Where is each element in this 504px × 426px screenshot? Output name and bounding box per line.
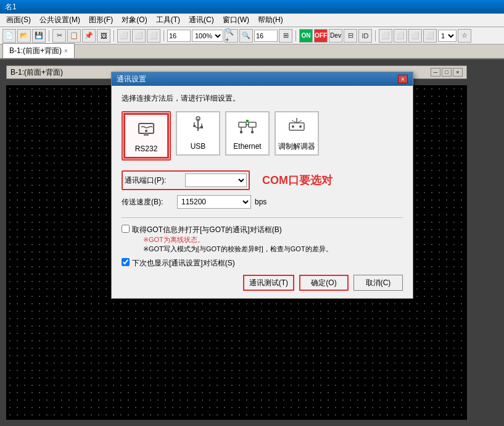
ethernet-method[interactable]: Ethernet: [225, 111, 270, 156]
main-area: B-1:(前面+背面) ─ □ × + 通讯设置 × 选择连接方法后，请进行详细…: [0, 59, 504, 426]
toolbar: 📄 📂 💾 ✂ 📋 📌 🖼 ⬜ ⬜ ⬜ 100% 50% 200% 🔍+ 🔍 ⊞…: [0, 27, 504, 44]
tb-img[interactable]: 🖼: [97, 29, 110, 43]
svg-rect-7: [249, 122, 256, 127]
tb-zoom-in[interactable]: 🔍+: [225, 29, 238, 43]
checkbox-section: 取得GOT信息并打开[与GOT的通讯]对话框(B) ※GOT为离线状态。 ※GO…: [122, 217, 403, 269]
tab-b1[interactable]: B-1:(前面+背面) ×: [2, 43, 75, 58]
sep4: [295, 30, 296, 41]
rs232-label: RS232: [135, 144, 158, 153]
tb-num[interactable]: ⊟: [344, 29, 357, 43]
usb-icon: [188, 116, 208, 140]
ok-btn[interactable]: 确定(O): [299, 275, 349, 291]
tb-b1[interactable]: ⬜: [117, 29, 131, 43]
dialog-buttons: 通讯测试(T) 确定(O) 取消(C): [122, 275, 403, 291]
tb-b2[interactable]: ⬜: [132, 29, 146, 43]
tb-misc[interactable]: ☆: [458, 29, 471, 43]
dialog-title: 通讯设置: [117, 74, 146, 85]
menu-screen[interactable]: 画面(S): [2, 14, 35, 27]
checkbox2[interactable]: [122, 258, 130, 266]
tb-copy[interactable]: 📋: [67, 29, 81, 43]
tb-cut[interactable]: ✂: [52, 29, 66, 43]
comm-port-outline: 通讯端口(P): COM1 COM2 COM3: [122, 170, 250, 190]
annotation-text: COM口要选对: [262, 173, 333, 188]
comm-port-label: 通讯端口(P):: [125, 175, 180, 186]
cancel-btn[interactable]: 取消(C): [353, 275, 403, 291]
svg-point-19: [299, 125, 302, 128]
checkbox1-note2: ※GOT写入模式为[与GOT的校验差异时]，检查与GOT的差异。: [143, 244, 333, 254]
menu-window[interactable]: 窗口(W): [219, 14, 253, 27]
comm-port-select[interactable]: COM1 COM2 COM3: [185, 173, 247, 187]
menu-tools[interactable]: 工具(T): [152, 14, 184, 27]
sep1: [49, 30, 49, 41]
zoom-input[interactable]: [167, 30, 191, 42]
tb-r1[interactable]: ⬜: [379, 29, 392, 43]
tb-off[interactable]: OFF: [314, 29, 328, 43]
baud-rate-label: 传送速度(B):: [122, 197, 177, 207]
tb-r2[interactable]: ⬜: [394, 29, 407, 43]
svg-rect-4: [200, 126, 203, 128]
checkbox2-row: 下次也显示[通讯设置]对话框(S): [122, 257, 403, 269]
baud-rate-select[interactable]: 115200 9600 19200 38400: [177, 195, 251, 209]
tab-label: B-1:(前面+背面): [9, 46, 62, 56]
tb-open[interactable]: 📂: [17, 29, 31, 43]
tb-paste[interactable]: 📌: [82, 29, 96, 43]
ethernet-icon: [238, 116, 257, 140]
dialog-close-btn[interactable]: ×: [398, 75, 408, 83]
dialog-body: 选择连接方法后，请进行详细设置。: [112, 86, 413, 298]
app-title: 名1: [5, 2, 17, 12]
modem-icon: [287, 115, 307, 139]
rs232-icon: [136, 119, 156, 142]
tb-dev[interactable]: Dev: [329, 29, 342, 43]
menu-object[interactable]: 对象(O): [118, 14, 151, 27]
tb-new[interactable]: 📄: [2, 29, 16, 43]
svg-point-3: [193, 125, 196, 127]
svg-rect-6: [239, 122, 246, 127]
tb-id[interactable]: ID: [358, 29, 372, 43]
svg-point-1: [145, 130, 147, 132]
tb-num-select[interactable]: 1 2: [438, 30, 456, 42]
tb-b3[interactable]: ⬜: [147, 29, 160, 43]
sep2: [114, 30, 114, 41]
checkbox2-label: 下次也显示[通讯设置]对话框(S): [132, 257, 235, 269]
tb-r3[interactable]: ⬜: [408, 29, 422, 43]
rs232-method-outline: RS232: [122, 111, 171, 161]
tb-on[interactable]: ON: [299, 29, 313, 43]
svg-rect-2: [144, 133, 149, 136]
dialog-titlebar: 通讯设置 ×: [112, 72, 413, 86]
rs232-method[interactable]: RS232: [124, 114, 168, 158]
tab-close-btn[interactable]: ×: [64, 48, 68, 54]
menu-comm[interactable]: 通讯(C): [185, 14, 218, 27]
title-bar: 名1: [0, 0, 504, 14]
sep3: [163, 30, 164, 41]
checkbox1-note1: ※GOT为离线状态。: [143, 235, 333, 244]
sep5: [375, 30, 376, 41]
svg-rect-13: [246, 120, 249, 122]
ethernet-label: Ethernet: [233, 142, 261, 151]
checkbox1-label: 取得GOT信息并打开[与GOT的通讯]对话框(B): [132, 225, 282, 234]
menu-bar: 画面(S) 公共设置(M) 图形(F) 对象(O) 工具(T) 通讯(C) 窗口…: [0, 14, 504, 27]
menu-help[interactable]: 帮助(H): [254, 14, 287, 27]
usb-label: USB: [191, 142, 206, 151]
comm-test-btn[interactable]: 通讯测试(T): [243, 275, 294, 291]
grid-input[interactable]: [254, 30, 278, 42]
baud-unit: bps: [255, 198, 266, 206]
menu-common[interactable]: 公共设置(M): [36, 14, 84, 27]
tb-r4[interactable]: ⬜: [423, 29, 437, 43]
tb-grid[interactable]: ⊞: [279, 29, 292, 43]
zoom-percent[interactable]: 100% 50% 200%: [192, 30, 223, 42]
tb-zoom-out[interactable]: 🔍: [239, 29, 253, 43]
checkbox1[interactable]: [122, 225, 130, 233]
tab-bar: B-1:(前面+背面) ×: [0, 44, 504, 59]
svg-rect-12: [251, 131, 254, 133]
usb-method[interactable]: USB: [176, 111, 220, 156]
modem-method[interactable]: 调制解调器: [275, 111, 319, 156]
comm-port-row: 通讯端口(P): COM1 COM2 COM3 COM口要选对: [122, 170, 403, 190]
modem-label: 调制解调器: [278, 141, 315, 152]
tb-save[interactable]: 💾: [32, 29, 46, 43]
checkbox1-row: 取得GOT信息并打开[与GOT的通讯]对话框(B) ※GOT为离线状态。 ※GO…: [122, 224, 403, 254]
svg-point-18: [292, 125, 294, 128]
baud-rate-row: 传送速度(B): 115200 9600 19200 38400 bps: [122, 195, 403, 209]
connection-methods: RS232: [122, 111, 403, 161]
svg-rect-11: [240, 131, 242, 133]
menu-shape[interactable]: 图形(F): [85, 14, 117, 27]
